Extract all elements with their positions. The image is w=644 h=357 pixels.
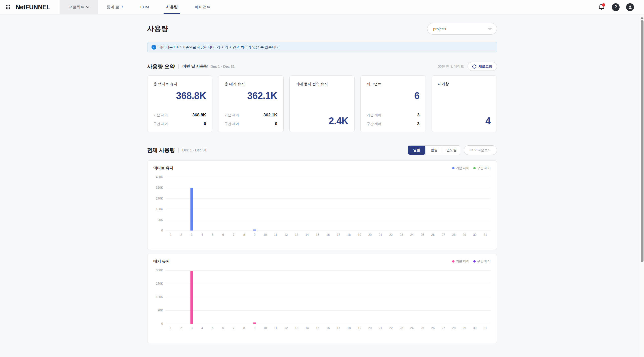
- x-tick-label: 30: [470, 233, 480, 237]
- y-tick-label: 360K: [156, 269, 163, 272]
- grid-line: [166, 188, 491, 188]
- x-tick-label: 11: [270, 233, 281, 237]
- x-tick-label: 21: [375, 326, 386, 330]
- x-tick-label: 25: [417, 326, 428, 330]
- x-tick-label: 26: [428, 233, 438, 237]
- y-tick-label: 360K: [156, 186, 163, 189]
- x-tick-label: 17: [333, 233, 344, 237]
- info-banner-text: 데이터는 UTC 기준으로 제공됩니다. 각 지역 시간과 차이가 있을 수 있…: [159, 45, 280, 50]
- x-tick-label: 4: [197, 233, 208, 237]
- chart-legend: 기본 제어구간 제어: [452, 166, 491, 170]
- tab-monthly[interactable]: 월별: [425, 146, 443, 155]
- help-icon[interactable]: ?: [612, 3, 620, 11]
- x-axis: 1234567891011121314151617181920212223242…: [166, 326, 491, 330]
- info-icon: i: [151, 45, 156, 50]
- csv-download-button[interactable]: CSV 다운로드: [464, 145, 497, 155]
- x-tick-label: 4: [197, 326, 208, 330]
- grid-line: [166, 324, 491, 324]
- chart-bar[interactable]: [253, 322, 256, 324]
- project-selector-value: project1: [433, 27, 447, 31]
- x-tick-label: 24: [407, 326, 417, 330]
- x-tick-label: 23: [396, 233, 407, 237]
- chart-title: 액티브 유저: [154, 166, 173, 171]
- refresh-button[interactable]: 새로고침: [468, 62, 497, 71]
- x-tick-label: 8: [239, 233, 249, 237]
- x-tick-label: 7: [229, 326, 239, 330]
- card-value: 6: [367, 90, 420, 101]
- notification-badge: [602, 3, 605, 7]
- x-tick-label: 26: [428, 326, 438, 330]
- scrollbar-thumb[interactable]: [641, 20, 643, 262]
- y-tick-label: 270K: [156, 197, 163, 200]
- summary-section-title: 사용량 요약: [147, 63, 175, 70]
- x-tick-label: 24: [407, 233, 417, 237]
- tab-yearly[interactable]: 연도별: [443, 146, 460, 155]
- legend-item: 구간 제어: [473, 166, 490, 170]
- x-tick-label: 20: [365, 233, 375, 237]
- y-tick-label: 0: [161, 229, 163, 232]
- vertical-scrollbar[interactable]: [640, 15, 644, 357]
- card-value: 368.8K: [154, 90, 206, 101]
- x-tick-label: 2: [176, 233, 186, 237]
- x-tick-label: 18: [344, 233, 354, 237]
- x-tick-label: 19: [354, 326, 365, 330]
- period-segmented-control: 일별 월별 연도별: [408, 145, 460, 155]
- x-tick-label: 1: [166, 326, 176, 330]
- card-value: 362.1K: [224, 90, 277, 101]
- x-tick-label: 6: [218, 326, 229, 330]
- x-tick-label: 5: [207, 326, 218, 330]
- x-axis: 1234567891011121314151617181920212223242…: [166, 233, 491, 237]
- card-row: 구간 제어 0: [154, 121, 206, 126]
- plot-area: [166, 177, 491, 231]
- grid-line: [166, 284, 491, 284]
- x-tick-label: 16: [323, 233, 333, 237]
- x-tick-label: 14: [302, 326, 312, 330]
- x-tick-label: 25: [417, 233, 428, 237]
- waiting-users-chart-panel: 대기 유저 기본 제어구간 제어 360K270K180K90K0 123456…: [147, 254, 497, 343]
- nav-tab-usage[interactable]: 사용량: [158, 0, 186, 14]
- card-value: 4: [438, 116, 491, 126]
- chart-bar[interactable]: [190, 188, 193, 231]
- card-row: 구간 제어 0: [224, 121, 277, 126]
- x-tick-label: 2: [176, 326, 186, 330]
- refresh-icon: [472, 64, 476, 69]
- x-tick-label: 10: [260, 233, 271, 237]
- chart-bar[interactable]: [190, 271, 193, 324]
- notifications-bell-icon[interactable]: [598, 3, 605, 11]
- project-selector[interactable]: project1: [427, 23, 497, 35]
- nav-tab-eum[interactable]: EUM: [132, 0, 157, 14]
- grid-line: [166, 198, 491, 199]
- usage-section-title: 전체 사용량: [147, 147, 175, 154]
- x-tick-label: 31: [480, 326, 491, 330]
- y-tick-label: 450K: [156, 175, 163, 179]
- nav-tab-agent[interactable]: 에이전트: [186, 0, 219, 14]
- x-tick-label: 13: [291, 233, 302, 237]
- x-tick-label: 27: [438, 233, 449, 237]
- y-tick-label: 90K: [158, 309, 163, 312]
- x-tick-label: 22: [386, 233, 396, 237]
- x-tick-label: 15: [312, 326, 323, 330]
- x-tick-label: 8: [239, 326, 249, 330]
- card-segments: 세그먼트 6 기본 제어 3 구간 제어 3: [360, 75, 426, 132]
- apps-grid-icon[interactable]: [0, 0, 16, 14]
- tab-daily[interactable]: 일별: [408, 146, 425, 155]
- grid-line: [166, 231, 491, 231]
- scroll-up-arrow[interactable]: [641, 17, 643, 19]
- chart-bar[interactable]: [253, 230, 256, 231]
- x-tick-label: 29: [459, 326, 470, 330]
- x-tick-label: 16: [323, 326, 333, 330]
- x-tick-label: 18: [344, 326, 354, 330]
- legend-item: 기본 제어: [452, 259, 469, 264]
- nav-tab-project[interactable]: 프로젝트: [60, 0, 98, 14]
- nav-tab-stats-log[interactable]: 통계 로그: [98, 0, 132, 14]
- chevron-down-icon: [488, 28, 492, 30]
- x-tick-label: 19: [354, 233, 365, 237]
- y-axis: 450K360K270K180K90K0: [154, 177, 166, 231]
- account-icon[interactable]: [626, 3, 634, 11]
- divider: [178, 64, 179, 69]
- y-tick-label: 90K: [158, 218, 163, 222]
- top-navbar: NetFUNNEL 프로젝트 통계 로그 EUM 사용량 에이전트: [0, 0, 644, 14]
- grid-line: [166, 297, 491, 297]
- x-tick-label: 20: [365, 326, 375, 330]
- usage-date-range: Dec 1 - Dec 31: [182, 148, 207, 152]
